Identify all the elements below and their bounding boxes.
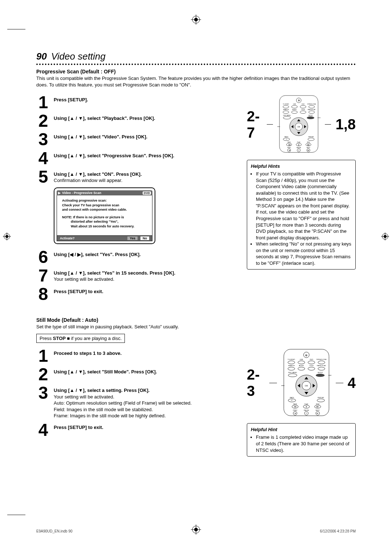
svg-text:SETUP: SETUP	[309, 115, 313, 116]
svg-text:RAPID PLAY: RAPID PLAY	[308, 109, 316, 110]
step-subtext: Your setting will be activated.	[54, 276, 114, 282]
step-number: 7	[36, 268, 50, 283]
svg-text:DISC MENU: DISC MENU	[288, 372, 297, 373]
step-text: Press [SETUP].	[54, 97, 88, 102]
svg-text:DISPLAY: DISPLAY	[318, 397, 324, 398]
step-subtext: Confirmation window will appear.	[54, 178, 122, 183]
section1-intro: This unit is compatible with the Progres…	[36, 75, 356, 88]
svg-text:RAPID PLAY: RAPID PLAY	[317, 365, 326, 366]
svg-text:NEXT: NEXT	[315, 409, 320, 411]
section2-steps: 1 Proceed to steps 1 to 3 above. 2 Using…	[36, 348, 242, 457]
osd-line: Activating progressive scan:	[62, 199, 107, 202]
footer-right: 6/12/2006 4:23:28 PM	[320, 529, 356, 533]
hint-item: If your TV is compatible with Progressiv…	[256, 171, 352, 241]
osd-no-option: No	[140, 236, 149, 240]
osd-yes-option: Yes	[127, 236, 138, 240]
hint-item: When selecting "No" or not pressing any …	[256, 241, 352, 266]
step-number: 8	[36, 286, 50, 302]
svg-text:▶I: ▶I	[317, 412, 318, 414]
svg-text:PREV: PREV	[293, 409, 297, 411]
svg-text:OK: OK	[298, 126, 301, 128]
remote-icon: ⏻ TV-VIDEOUSBDVDOPEN/CLOSE SEARCHAUDIOTI…	[277, 94, 320, 154]
step-number: 3	[36, 385, 50, 401]
osd-play-icon: ▶	[58, 191, 61, 195]
svg-text:PREV: PREV	[287, 147, 291, 149]
osd-line: Check your TV has progressive scan	[62, 203, 119, 207]
svg-text:▶▶: ▶▶	[317, 406, 319, 408]
page-footer: E9A90UD_EN.indb 90 6/12/2006 4:23:28 PM	[36, 529, 356, 533]
svg-text:REW: REW	[293, 403, 297, 405]
svg-point-38	[307, 117, 315, 119]
svg-text:BACK: BACK	[290, 397, 294, 398]
crop-mark-icon	[7, 490, 33, 515]
registration-mark-icon	[3, 232, 11, 240]
svg-text:PAUSE: PAUSE	[304, 409, 309, 411]
svg-text:▶I: ▶I	[308, 150, 309, 151]
step-text: Press [SETUP] to exit.	[54, 289, 103, 294]
svg-text:AUDIO: AUDIO	[299, 365, 304, 366]
remote-callout-left: 2-7	[247, 108, 262, 141]
step-number: 1	[36, 348, 50, 364]
svg-text:TITLE: TITLE	[301, 109, 305, 110]
section2-heading: Still Mode (Default : Auto)	[36, 317, 356, 323]
step-text: Press [SETUP] to exit.	[54, 425, 103, 430]
svg-text:▶▶: ▶▶	[307, 144, 310, 146]
svg-text:↶: ↶	[291, 399, 293, 401]
section1-heading: Progressive Scan (Default : OFF)	[36, 69, 356, 74]
registration-mark-icon	[381, 232, 389, 240]
svg-text:OK: OK	[305, 385, 308, 387]
step-text: Using [▲ / ▼], select a setting. Press […	[54, 388, 150, 393]
page-title: Video setting	[51, 51, 106, 62]
step-text: Proceed to steps 1 to 3 above.	[54, 351, 122, 356]
svg-text:◀◀: ◀◀	[294, 406, 297, 408]
step-number: 4	[36, 150, 50, 166]
hint-title: Helpful Hint	[251, 426, 352, 433]
svg-text:USB: USB	[300, 358, 303, 360]
remote-callout-right: 1,8	[335, 116, 356, 133]
footer-left: E9A90UD_EN.indb 90	[36, 529, 73, 533]
svg-text:◀◀: ◀◀	[288, 144, 291, 146]
osd-note: Wait about 15 seconds for auto recovery.	[71, 224, 134, 228]
svg-text:SEARCH: SEARCH	[288, 365, 294, 366]
osd-badge: DVD	[143, 191, 151, 195]
osd-dialog: ▶ Video - Progressive Scan DVD Activatin…	[54, 187, 155, 244]
step-text: Using [▲ / ▼], select "Still Mode". Pres…	[54, 369, 157, 374]
section1-steps: 1 Press [SETUP]. 2 Using [▲ / ▼], select…	[36, 94, 242, 305]
section2-intro: Set the type of still image in pausing p…	[36, 324, 356, 330]
svg-text:TITLE: TITLE	[309, 365, 314, 366]
osd-question: Activate?	[60, 236, 75, 240]
osd-note-label: NOTE:	[62, 215, 72, 219]
svg-text:DISC MENU: DISC MENU	[283, 115, 291, 116]
svg-text:PAUSE: PAUSE	[297, 147, 301, 149]
step-number: 4	[36, 422, 50, 438]
crop-mark-icon	[7, 29, 33, 54]
svg-text:PLAY: PLAY	[305, 403, 309, 405]
svg-text:NEXT: NEXT	[307, 147, 311, 149]
step-text: Using [▲ / ▼], select "Playback". Press …	[54, 116, 155, 121]
svg-text:FFW: FFW	[316, 403, 319, 405]
stop-note: Press STOP ■ if you are playing a disc.	[36, 334, 125, 343]
svg-text:DVD: DVD	[302, 104, 305, 105]
svg-point-93	[316, 374, 324, 377]
registration-mark-icon	[191, 15, 201, 25]
remote-illustration: 2-3 ⏻ TV-VIDEOUSBDVDOPEN/CLOSE SEARCHAUD…	[247, 348, 356, 418]
svg-text:⏻: ⏻	[298, 100, 300, 102]
page-header: 90 Video setting	[36, 51, 356, 65]
svg-text:OPEN/CLOSE: OPEN/CLOSE	[307, 104, 317, 105]
step-text: Using [▲ / ▼], select "Progressive Scan"…	[54, 153, 174, 158]
remote-illustration: 2-7 ⏻ TV-VIDEOUSBDVDOPEN/CLOSE SEARCHAUD…	[247, 94, 356, 155]
svg-text:BACK: BACK	[285, 136, 289, 138]
svg-text:REW: REW	[288, 142, 291, 143]
step-subtext: Your setting will be activated. Auto: Op…	[54, 394, 192, 419]
step-text: Using [◀ / ▶], select "Yes". Press [OK].	[54, 252, 141, 257]
osd-note: If there is no picture or picture is	[73, 215, 124, 219]
step-number: 6	[36, 249, 50, 265]
svg-text:⏻: ⏻	[305, 354, 307, 356]
svg-text:AUDIO: AUDIO	[293, 109, 297, 110]
step-number: 1	[36, 94, 50, 110]
svg-text:SEARCH: SEARCH	[283, 109, 289, 110]
step-text: Using [▲ / ▼], select "Video". Press [OK…	[54, 134, 147, 139]
svg-text:FFW: FFW	[307, 142, 310, 143]
svg-text:DISPLAY: DISPLAY	[309, 136, 314, 138]
svg-text:PLAY: PLAY	[297, 142, 301, 143]
